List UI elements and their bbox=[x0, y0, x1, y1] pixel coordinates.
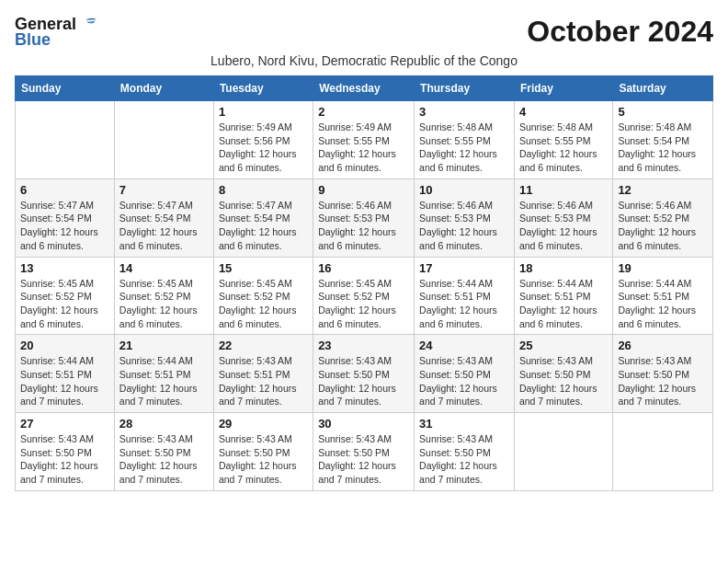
day-header-thursday: Thursday bbox=[415, 76, 515, 101]
day-number: 12 bbox=[618, 183, 708, 197]
day-number: 17 bbox=[419, 261, 509, 275]
day-number: 2 bbox=[318, 105, 409, 119]
day-info: Sunrise: 5:44 AM Sunset: 5:51 PM Dayligh… bbox=[119, 354, 209, 408]
calendar-cell: 11Sunrise: 5:46 AM Sunset: 5:53 PM Dayli… bbox=[514, 178, 612, 257]
day-info: Sunrise: 5:43 AM Sunset: 5:50 PM Dayligh… bbox=[20, 432, 109, 487]
day-info: Sunrise: 5:46 AM Sunset: 5:53 PM Dayligh… bbox=[318, 199, 409, 253]
day-number: 8 bbox=[219, 183, 308, 197]
day-number: 23 bbox=[318, 339, 409, 352]
day-number: 11 bbox=[519, 183, 608, 197]
logo-bird-icon bbox=[78, 17, 98, 33]
day-number: 1 bbox=[219, 105, 308, 119]
day-number: 27 bbox=[20, 417, 109, 431]
day-header-saturday: Saturday bbox=[613, 76, 713, 101]
day-number: 28 bbox=[119, 417, 209, 431]
calendar-cell: 31Sunrise: 5:43 AM Sunset: 5:50 PM Dayli… bbox=[415, 413, 515, 491]
day-number: 6 bbox=[20, 183, 109, 197]
day-number: 21 bbox=[119, 339, 209, 352]
day-number: 31 bbox=[419, 417, 509, 431]
day-info: Sunrise: 5:43 AM Sunset: 5:50 PM Dayligh… bbox=[618, 354, 708, 408]
day-header-monday: Monday bbox=[114, 76, 213, 101]
calendar-week-row: 1Sunrise: 5:49 AM Sunset: 5:56 PM Daylig… bbox=[16, 101, 713, 179]
calendar-cell: 16Sunrise: 5:45 AM Sunset: 5:52 PM Dayli… bbox=[313, 257, 415, 335]
calendar-cell: 6Sunrise: 5:47 AM Sunset: 5:54 PM Daylig… bbox=[16, 178, 115, 257]
calendar-cell: 8Sunrise: 5:47 AM Sunset: 5:54 PM Daylig… bbox=[213, 178, 313, 257]
calendar-cell: 17Sunrise: 5:44 AM Sunset: 5:51 PM Dayli… bbox=[415, 257, 515, 335]
calendar-cell bbox=[16, 101, 115, 179]
day-number: 29 bbox=[219, 417, 308, 431]
calendar-cell: 22Sunrise: 5:43 AM Sunset: 5:51 PM Dayli… bbox=[213, 335, 313, 413]
calendar-cell: 10Sunrise: 5:46 AM Sunset: 5:53 PM Dayli… bbox=[415, 178, 515, 257]
calendar-cell: 24Sunrise: 5:43 AM Sunset: 5:50 PM Dayli… bbox=[415, 335, 515, 413]
day-info: Sunrise: 5:47 AM Sunset: 5:54 PM Dayligh… bbox=[119, 199, 209, 253]
day-number: 3 bbox=[419, 105, 509, 119]
page-header: General Blue October 2024 bbox=[15, 15, 713, 50]
day-info: Sunrise: 5:46 AM Sunset: 5:53 PM Dayligh… bbox=[419, 199, 509, 253]
day-number: 5 bbox=[618, 105, 708, 119]
calendar-week-row: 13Sunrise: 5:45 AM Sunset: 5:52 PM Dayli… bbox=[16, 257, 713, 335]
day-number: 10 bbox=[419, 183, 509, 197]
calendar-cell: 27Sunrise: 5:43 AM Sunset: 5:50 PM Dayli… bbox=[16, 413, 115, 491]
day-number: 13 bbox=[20, 261, 109, 275]
day-info: Sunrise: 5:43 AM Sunset: 5:50 PM Dayligh… bbox=[318, 432, 409, 487]
calendar-cell bbox=[114, 101, 213, 179]
day-info: Sunrise: 5:44 AM Sunset: 5:51 PM Dayligh… bbox=[618, 277, 708, 331]
day-number: 15 bbox=[219, 261, 308, 275]
calendar-cell: 26Sunrise: 5:43 AM Sunset: 5:50 PM Dayli… bbox=[613, 335, 713, 413]
day-number: 26 bbox=[618, 339, 708, 352]
calendar-cell: 20Sunrise: 5:44 AM Sunset: 5:51 PM Dayli… bbox=[16, 335, 115, 413]
day-info: Sunrise: 5:45 AM Sunset: 5:52 PM Dayligh… bbox=[119, 277, 209, 331]
day-number: 14 bbox=[119, 261, 209, 275]
day-header-tuesday: Tuesday bbox=[213, 76, 313, 101]
calendar-cell: 5Sunrise: 5:48 AM Sunset: 5:54 PM Daylig… bbox=[613, 101, 713, 179]
calendar-cell: 25Sunrise: 5:43 AM Sunset: 5:50 PM Dayli… bbox=[514, 335, 612, 413]
day-info: Sunrise: 5:44 AM Sunset: 5:51 PM Dayligh… bbox=[419, 277, 509, 331]
day-info: Sunrise: 5:45 AM Sunset: 5:52 PM Dayligh… bbox=[20, 277, 109, 331]
day-header-wednesday: Wednesday bbox=[313, 76, 415, 101]
day-info: Sunrise: 5:47 AM Sunset: 5:54 PM Dayligh… bbox=[219, 199, 308, 253]
logo: General Blue bbox=[15, 15, 98, 50]
day-info: Sunrise: 5:45 AM Sunset: 5:52 PM Dayligh… bbox=[318, 277, 409, 331]
calendar-cell: 13Sunrise: 5:45 AM Sunset: 5:52 PM Dayli… bbox=[16, 257, 115, 335]
day-info: Sunrise: 5:48 AM Sunset: 5:55 PM Dayligh… bbox=[419, 121, 509, 175]
day-info: Sunrise: 5:43 AM Sunset: 5:50 PM Dayligh… bbox=[519, 354, 608, 408]
calendar-cell bbox=[613, 413, 713, 491]
calendar-cell: 14Sunrise: 5:45 AM Sunset: 5:52 PM Dayli… bbox=[114, 257, 213, 335]
calendar-cell: 12Sunrise: 5:46 AM Sunset: 5:52 PM Dayli… bbox=[613, 178, 713, 257]
calendar-week-row: 6Sunrise: 5:47 AM Sunset: 5:54 PM Daylig… bbox=[16, 178, 713, 257]
month-title: October 2024 bbox=[527, 15, 713, 49]
day-info: Sunrise: 5:44 AM Sunset: 5:51 PM Dayligh… bbox=[20, 354, 109, 408]
calendar-cell: 15Sunrise: 5:45 AM Sunset: 5:52 PM Dayli… bbox=[213, 257, 313, 335]
day-number: 20 bbox=[20, 339, 109, 352]
day-number: 30 bbox=[318, 417, 409, 431]
day-number: 16 bbox=[318, 261, 409, 275]
calendar-cell: 21Sunrise: 5:44 AM Sunset: 5:51 PM Dayli… bbox=[114, 335, 213, 413]
day-number: 24 bbox=[419, 339, 509, 352]
calendar-cell: 7Sunrise: 5:47 AM Sunset: 5:54 PM Daylig… bbox=[114, 178, 213, 257]
day-number: 4 bbox=[519, 105, 608, 119]
calendar-cell: 9Sunrise: 5:46 AM Sunset: 5:53 PM Daylig… bbox=[313, 178, 415, 257]
calendar-week-row: 20Sunrise: 5:44 AM Sunset: 5:51 PM Dayli… bbox=[16, 335, 713, 413]
calendar-cell: 3Sunrise: 5:48 AM Sunset: 5:55 PM Daylig… bbox=[415, 101, 515, 179]
calendar-table: SundayMondayTuesdayWednesdayThursdayFrid… bbox=[15, 75, 713, 491]
day-header-friday: Friday bbox=[514, 76, 612, 101]
day-number: 9 bbox=[318, 183, 409, 197]
day-info: Sunrise: 5:43 AM Sunset: 5:50 PM Dayligh… bbox=[318, 354, 409, 408]
day-info: Sunrise: 5:43 AM Sunset: 5:50 PM Dayligh… bbox=[419, 354, 509, 408]
day-number: 19 bbox=[618, 261, 708, 275]
calendar-cell: 30Sunrise: 5:43 AM Sunset: 5:50 PM Dayli… bbox=[313, 413, 415, 491]
day-number: 18 bbox=[519, 261, 608, 275]
day-info: Sunrise: 5:43 AM Sunset: 5:50 PM Dayligh… bbox=[419, 432, 509, 487]
calendar-week-row: 27Sunrise: 5:43 AM Sunset: 5:50 PM Dayli… bbox=[16, 413, 713, 491]
calendar-cell: 29Sunrise: 5:43 AM Sunset: 5:50 PM Dayli… bbox=[213, 413, 313, 491]
day-info: Sunrise: 5:48 AM Sunset: 5:54 PM Dayligh… bbox=[618, 121, 708, 175]
calendar-cell: 18Sunrise: 5:44 AM Sunset: 5:51 PM Dayli… bbox=[514, 257, 612, 335]
day-info: Sunrise: 5:44 AM Sunset: 5:51 PM Dayligh… bbox=[519, 277, 608, 331]
day-info: Sunrise: 5:47 AM Sunset: 5:54 PM Dayligh… bbox=[20, 199, 109, 253]
day-header-sunday: Sunday bbox=[16, 76, 115, 101]
day-info: Sunrise: 5:46 AM Sunset: 5:53 PM Dayligh… bbox=[519, 199, 608, 253]
calendar-subtitle: Lubero, Nord Kivu, Democratic Republic o… bbox=[15, 53, 713, 68]
day-number: 22 bbox=[219, 339, 308, 352]
day-info: Sunrise: 5:43 AM Sunset: 5:51 PM Dayligh… bbox=[219, 354, 308, 408]
day-info: Sunrise: 5:43 AM Sunset: 5:50 PM Dayligh… bbox=[219, 432, 308, 487]
